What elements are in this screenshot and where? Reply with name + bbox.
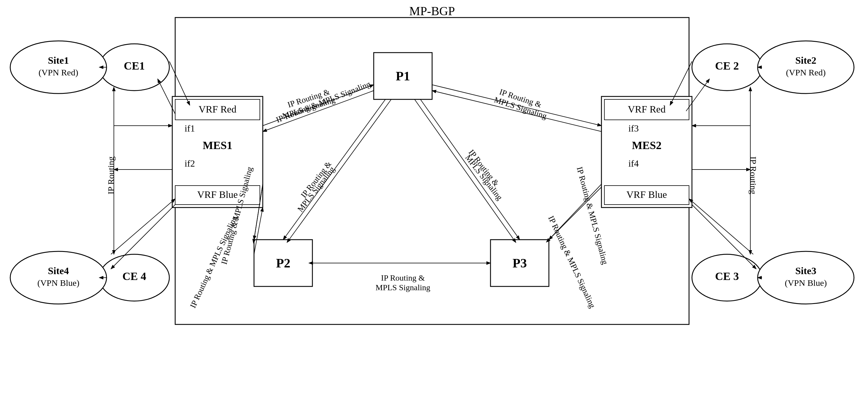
if3-label: if3: [628, 123, 639, 134]
mes2-label: MES2: [632, 139, 661, 151]
ip-routing-left-label: IP Routing: [106, 157, 116, 194]
mpbgp-label: MP-BGP: [409, 4, 455, 18]
svg-point-21: [757, 251, 854, 304]
p1-label: P1: [396, 69, 410, 83]
site2-label: Site2: [795, 55, 816, 66]
site2-vpn-label: (VPN Red): [786, 67, 826, 78]
svg-point-19: [10, 41, 106, 93]
site4-vpn-label: (VPN Blue): [37, 278, 80, 288]
ip-routing-right-label: IP Routing: [749, 157, 758, 194]
site1-vpn-label: (VPN Red): [38, 67, 78, 78]
vrf-blue-left-label: VRF Blue: [197, 189, 238, 200]
ce3-label: CE 3: [715, 270, 739, 282]
site3-label: Site3: [795, 265, 816, 276]
p2-label: P2: [276, 256, 290, 270]
ce2-label: CE 2: [715, 60, 739, 72]
vrf-red-right-label: VRF Red: [628, 104, 665, 115]
site3-vpn-label: (VPN Blue): [785, 278, 827, 288]
svg-point-20: [757, 41, 854, 93]
ce1-label: CE1: [124, 60, 145, 72]
ce4-label: CE 4: [122, 270, 146, 282]
vrf-blue-right-label: VRF Blue: [626, 189, 667, 200]
if2-label: if2: [185, 158, 195, 169]
site4-label: Site4: [48, 265, 69, 276]
vrf-red-left-label: VRF Red: [198, 104, 236, 115]
mes1-label: MES1: [203, 139, 232, 151]
diagram: MP-BGP P1 P2 P3 VRF Red if1 MES1 if2 VRF…: [0, 0, 868, 420]
label-p2-p3: IP Routing &: [381, 273, 425, 282]
site1-label: Site1: [48, 55, 69, 66]
if1-label: if1: [185, 123, 195, 134]
p3-label: P3: [513, 256, 527, 270]
svg-point-22: [10, 251, 106, 304]
label-p2-p3-2: MPLS Signaling: [375, 283, 430, 292]
if4-label: if4: [628, 158, 639, 169]
